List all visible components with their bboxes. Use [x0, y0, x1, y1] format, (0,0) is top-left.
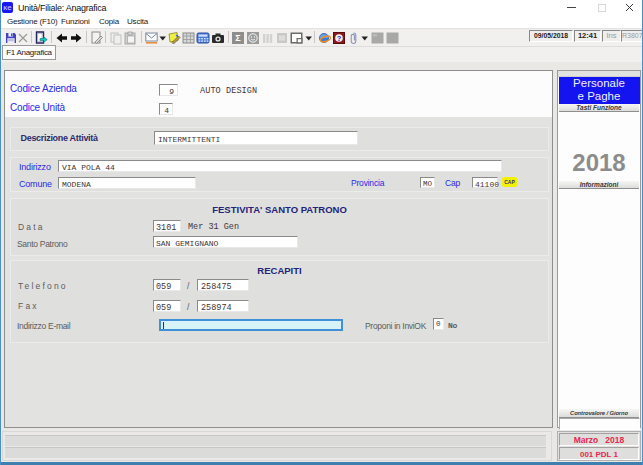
svg-text:?: ?: [337, 34, 342, 43]
